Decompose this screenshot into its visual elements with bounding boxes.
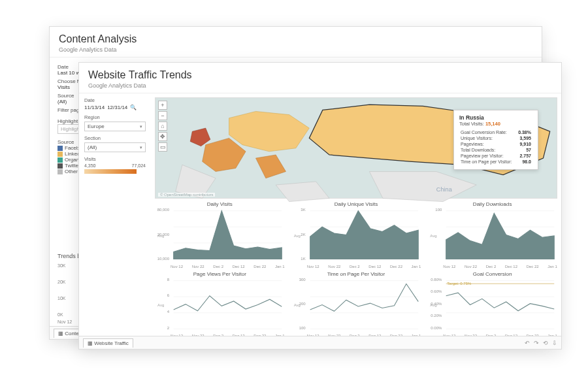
zoom-out-button[interactable]: −: [158, 111, 167, 120]
mini-chart-title: Time on Page Per Visitor: [291, 271, 421, 277]
front-header: Website Traffic Trends Google Analytics …: [79, 63, 561, 93]
date-label: Date: [84, 97, 146, 103]
swatch-icon: [57, 146, 63, 151]
section-select[interactable]: (All)▾: [84, 142, 146, 152]
map-tools: + − ⌂ ✥ ▭: [158, 101, 167, 152]
region-select[interactable]: Europe▾: [84, 122, 146, 131]
mini-chart[interactable]: Goal Conversion 0.80%0.60%0.40%0.20%0.00…: [427, 271, 557, 338]
map-attribution: © OpenStreetMap contributors: [158, 193, 215, 197]
chevron-down-icon: ▾: [140, 145, 142, 150]
swatch-icon: [57, 169, 63, 174]
date-end[interactable]: 12/31/14: [107, 105, 127, 110]
mini-chart[interactable]: Page Views Per Visitor 8642 Avg Nov 12No…: [155, 271, 285, 338]
search-icon[interactable]: 🔍: [130, 105, 137, 110]
swatch-icon: [57, 163, 63, 169]
front-tabbar: ▦ Website Traffic ↶ ↷ ⟲ ⇩: [79, 336, 561, 349]
charts-grid: Daily Visits 80,00020,00010,000 Avg Nov …: [155, 201, 557, 338]
svg-text:China: China: [436, 186, 453, 193]
zoom-in-button[interactable]: +: [158, 101, 167, 110]
mini-chart[interactable]: Daily Unique Visits 3K2K1K Avg Nov 12Nov…: [291, 201, 421, 268]
swatch-icon: [57, 157, 63, 163]
page-title: Website Traffic Trends: [88, 69, 552, 81]
page-subtitle: Google Analytics Data: [88, 82, 552, 89]
undo-icon[interactable]: ↶: [525, 340, 530, 346]
mini-chart-title: Page Views Per Visitor: [155, 271, 285, 277]
page-title: Content Analysis: [59, 33, 532, 45]
revert-icon[interactable]: ⟲: [543, 340, 548, 346]
map-pan-button[interactable]: ✥: [158, 132, 167, 141]
date-start[interactable]: 11/13/14: [84, 105, 105, 110]
map[interactable]: China + − ⌂ ✥ ▭ In Russia Total Visits: …: [155, 97, 557, 199]
mini-chart[interactable]: Daily Downloads 100 Avg Nov 12Nov 22Dec …: [427, 201, 557, 268]
page-subtitle: Google Analytics Data: [59, 46, 532, 53]
front-sidebar: Date 11/13/14 12/31/14 🔍 Region Europe▾ …: [79, 93, 151, 342]
download-icon[interactable]: ⇩: [552, 340, 557, 346]
region-label: Region: [84, 114, 146, 120]
swatch-icon: [57, 152, 63, 157]
back-header: Content Analysis Google Analytics Data: [50, 27, 542, 57]
website-traffic-panel: Website Traffic Trends Google Analytics …: [78, 62, 562, 350]
map-tooltip: In Russia Total Visits: 15,140 Goal Conv…: [453, 110, 538, 170]
map-home-button[interactable]: ⌂: [158, 122, 167, 131]
mini-chart[interactable]: Daily Visits 80,00020,00010,000 Avg Nov …: [155, 201, 285, 268]
tab-website-traffic[interactable]: ▦ Website Traffic: [83, 338, 133, 348]
section-label: Section: [84, 135, 146, 141]
redo-icon[interactable]: ↷: [534, 340, 539, 346]
mini-chart[interactable]: Time on Page Per Visitor 300200100 Avg N…: [291, 271, 421, 338]
mini-chart-title: Goal Conversion: [427, 271, 557, 277]
visits-label: Visits: [84, 156, 146, 162]
map-select-button[interactable]: ▭: [158, 142, 167, 152]
chevron-down-icon: ▾: [140, 124, 142, 129]
visits-color-legend: [84, 169, 137, 174]
